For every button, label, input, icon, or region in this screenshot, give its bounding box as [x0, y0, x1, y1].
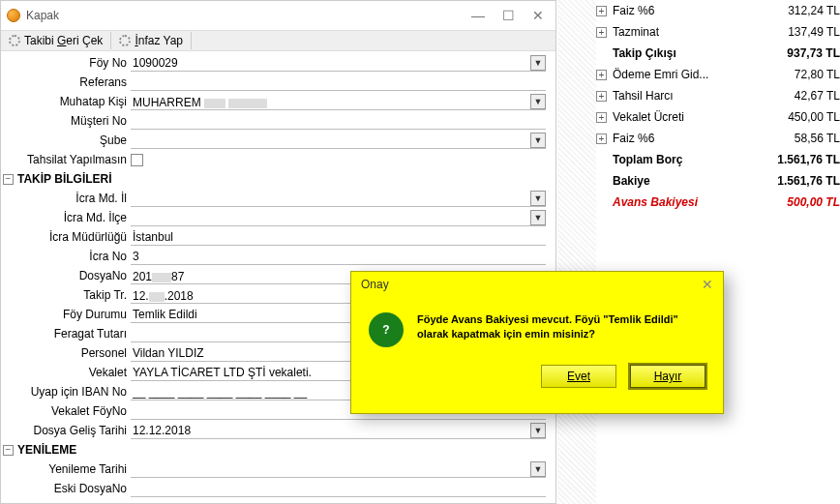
- expand-button[interactable]: +: [596, 91, 607, 102]
- icramd-ilce-input[interactable]: [131, 209, 546, 226]
- foyno-dropdown[interactable]: ▼: [530, 55, 546, 71]
- question-icon: ?: [369, 312, 404, 347]
- no-button[interactable]: Hayır: [630, 365, 705, 388]
- label-dosyano: DosyaNo: [1, 269, 131, 282]
- yenilemetarihi-input[interactable]: [131, 460, 546, 478]
- window-title: Kapak: [26, 9, 59, 22]
- summary-row: +Ödeme Emri Gid...72,80 TL: [596, 64, 840, 85]
- label-feragat: Feragat Tutarı: [1, 327, 131, 341]
- expand-button[interactable]: +: [596, 112, 607, 123]
- label-icramd-il: İcra Md. İl: [1, 192, 131, 205]
- yenilemetarihi-dropdown[interactable]: ▼: [530, 461, 546, 477]
- summary-row: Toplam Borç1.561,76 TL: [596, 149, 840, 170]
- app-icon: [7, 9, 20, 22]
- summary-amount: 137,49 TL: [788, 25, 840, 39]
- expand-button[interactable]: +: [596, 70, 607, 80]
- icramd-il-dropdown[interactable]: ▼: [530, 191, 546, 206]
- muhatap-input[interactable]: [131, 93, 546, 110]
- splitter-gutter[interactable]: [557, 0, 596, 504]
- summary-row: Avans Bakiyesi500,00 TL: [596, 192, 840, 213]
- expand-button[interactable]: +: [596, 133, 607, 144]
- label-takiptr: Takip Tr.: [1, 288, 131, 302]
- label-vekaletfoyno: Vekalet FöyNo: [1, 404, 131, 418]
- foyno-input[interactable]: [131, 54, 546, 72]
- label-musteri: Müşteri No: [1, 114, 131, 128]
- summary-row: Bakiye1.561,76 TL: [596, 170, 840, 192]
- dosyagelis-dropdown[interactable]: ▼: [530, 423, 546, 438]
- summary-name: Tazminat: [613, 25, 788, 39]
- label-eskidosyano: Eski DosyaNo: [1, 482, 131, 495]
- sube-input[interactable]: [131, 132, 546, 149]
- summary-amount: 450,00 TL: [788, 110, 840, 124]
- minimize-button[interactable]: —: [471, 8, 485, 23]
- summary-panel: +Faiz %6312,24 TL+Tazminat137,49 TLTakip…: [596, 0, 840, 213]
- label-icramud: İcra Müdürlüğü: [1, 230, 131, 244]
- label-foyno: Föy No: [1, 56, 131, 70]
- close-button[interactable]: ✕: [532, 8, 544, 23]
- summary-row: +Faiz %658,56 TL: [596, 128, 840, 149]
- icramd-il-input[interactable]: [131, 190, 546, 207]
- sube-dropdown[interactable]: ▼: [530, 133, 546, 148]
- summary-name: Takip Çıkışı: [613, 46, 787, 60]
- label-tahsilat: Tahsilat Yapılmasın: [1, 153, 131, 166]
- section-takip: TAKİP BİLGİLERİ: [17, 172, 112, 186]
- maximize-button[interactable]: ☐: [502, 8, 515, 23]
- referans-input[interactable]: [131, 74, 546, 91]
- dialog-message: Föyde Avans Bakiyesi mevcut. Föyü "Temli…: [417, 312, 709, 347]
- summary-name: Toplam Borç: [613, 153, 777, 166]
- icrano-input[interactable]: [131, 248, 546, 265]
- spinner-icon: [9, 35, 20, 46]
- dosyagelis-input[interactable]: [131, 422, 546, 439]
- summary-amount: 1.561,76 TL: [777, 174, 840, 188]
- dialog-title: Onay: [361, 278, 389, 291]
- summary-amount: 500,00 TL: [787, 195, 840, 209]
- summary-name: Tahsil Harcı: [613, 89, 795, 103]
- dialog-close-button[interactable]: ✕: [702, 277, 713, 292]
- summary-name: Faiz %6: [613, 132, 795, 145]
- expand-button[interactable]: +: [596, 6, 607, 16]
- label-vekalet: Vekalet: [1, 366, 131, 379]
- summary-row: +Faiz %6312,24 TL: [596, 0, 840, 21]
- label-icrano: İcra No: [1, 250, 131, 263]
- main-window: Kapak — ☐ ✕ Takibi Geri Çek İnfaz Yap Fö…: [0, 0, 556, 504]
- muhatap-dropdown[interactable]: ▼: [530, 94, 546, 109]
- label-personel: Personel: [1, 346, 131, 360]
- summary-name: Vekalet Ücreti: [613, 110, 788, 124]
- toolbar: Takibi Geri Çek İnfaz Yap: [1, 30, 555, 51]
- collapse-yenileme-button[interactable]: −: [3, 445, 14, 456]
- label-yenilemetarihi: Yenileme Tarihi: [1, 462, 131, 476]
- spinner-icon: [119, 35, 131, 46]
- summary-name: Bakiye: [613, 174, 777, 188]
- confirm-dialog: Onay ✕ ? Föyde Avans Bakiyesi mevcut. Fö…: [350, 271, 724, 414]
- summary-amount: 58,56 TL: [795, 132, 840, 145]
- icramd-ilce-dropdown[interactable]: ▼: [530, 210, 546, 225]
- summary-amount: 937,73 TL: [787, 46, 840, 60]
- summary-row: Takip Çıkışı937,73 TL: [596, 43, 840, 64]
- takibi-geri-cek-button[interactable]: Takibi Geri Çek: [1, 32, 111, 49]
- eskidosyano-input[interactable]: [131, 480, 546, 497]
- infaz-yap-button[interactable]: İnfaz Yap: [111, 32, 192, 49]
- summary-amount: 42,67 TL: [795, 89, 840, 103]
- label-foydurumu: Föy Durumu: [1, 308, 131, 321]
- collapse-takip-button[interactable]: −: [3, 174, 14, 185]
- section-yenileme: YENİLEME: [17, 443, 76, 457]
- label-dosyagelis: Dosya Geliş Tarihi: [1, 424, 131, 437]
- musteri-input[interactable]: [131, 112, 546, 130]
- summary-amount: 1.561,76 TL: [777, 153, 840, 166]
- label-icramd-ilce: İcra Md. İlçe: [1, 211, 131, 224]
- titlebar: Kapak — ☐ ✕: [1, 1, 555, 30]
- yes-button[interactable]: Evet: [541, 365, 616, 388]
- label-sube: Şube: [1, 133, 131, 147]
- label-referans: Referans: [1, 75, 131, 89]
- label-muhatap: Muhatap Kişi: [1, 95, 131, 108]
- tahsilat-checkbox[interactable]: [131, 154, 143, 166]
- summary-name: Avans Bakiyesi: [613, 195, 787, 209]
- icramud-input[interactable]: [131, 228, 546, 246]
- summary-row: +Vekalet Ücreti450,00 TL: [596, 106, 840, 128]
- summary-amount: 72,80 TL: [795, 68, 840, 81]
- summary-row: +Tazminat137,49 TL: [596, 21, 840, 43]
- summary-name: Faiz %6: [613, 4, 788, 17]
- label-uyapiban: Uyap için IBAN No: [1, 385, 131, 399]
- expand-button[interactable]: +: [596, 27, 607, 38]
- summary-amount: 312,24 TL: [788, 4, 840, 17]
